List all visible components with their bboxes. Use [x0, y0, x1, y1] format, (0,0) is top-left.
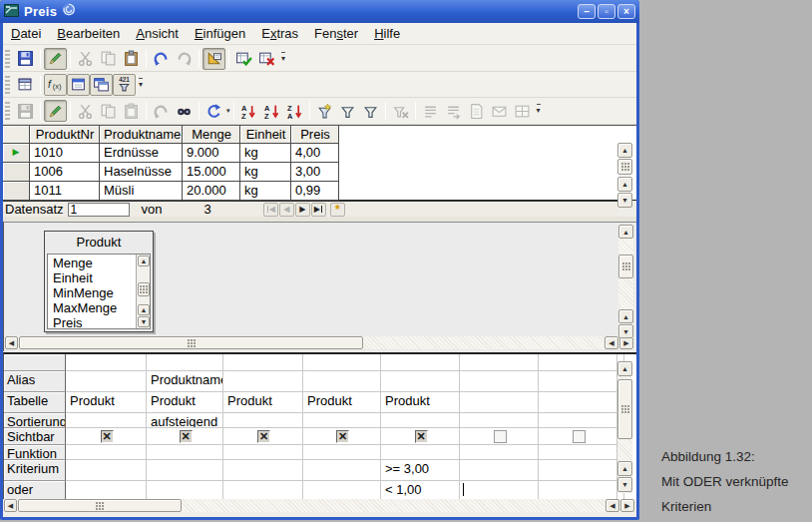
grid-cell-kriterium-col5[interactable]: >= 3,00 — [381, 460, 460, 481]
grid-cell-sichtbar-col6[interactable] — [460, 428, 539, 445]
scroll-down-icon[interactable]: ▼ — [618, 324, 633, 338]
menu-fenster[interactable]: Fenster — [306, 24, 366, 43]
grid-cell-funktion-col5[interactable] — [381, 445, 460, 460]
toolbar-handle[interactable] — [5, 50, 10, 68]
grid-cell-alias-col2[interactable]: Produktname — [147, 371, 223, 392]
grid-cell-oder-col4[interactable] — [303, 481, 381, 500]
grid-cell-sichtbar-col2[interactable]: ✕ — [147, 428, 223, 445]
grid-cell-tabelle-col7[interactable] — [539, 392, 617, 413]
table-cell[interactable]: 1011 — [30, 182, 100, 201]
table-cell[interactable]: Haselnüsse — [100, 163, 183, 182]
toolbar-overflow-icon[interactable]: ▾ — [537, 104, 541, 115]
scroll-right-icon[interactable]: ▶ — [620, 499, 634, 512]
grid-cell-kriterium-col4[interactable] — [303, 460, 381, 481]
scroll-left-icon[interactable]: ◀ — [5, 336, 18, 349]
grid-cell-sichtbar-col3[interactable]: ✕ — [223, 428, 303, 445]
design-area-vertical-scrollbar[interactable]: ▲▲▼ — [618, 225, 634, 338]
grid-cell-alias-col4[interactable] — [303, 371, 381, 392]
visible-checkbox-unchecked[interactable] — [494, 430, 507, 443]
visible-checkbox-checked[interactable]: ✕ — [101, 430, 114, 443]
table-cell[interactable]: kg — [240, 182, 291, 201]
run-query-icon[interactable] — [232, 48, 255, 70]
grid-cell-tabelle-col4[interactable]: Produkt — [303, 392, 381, 413]
scrollbar-thumb[interactable] — [617, 379, 632, 439]
close-button[interactable]: × — [617, 4, 635, 19]
grid-cell-sortierung-col7[interactable] — [539, 413, 617, 428]
grid-cell-feld-col5[interactable] — [381, 354, 460, 371]
table-cell[interactable]: kg — [240, 144, 291, 163]
visible-checkbox-unchecked[interactable] — [573, 430, 586, 443]
distinct-values-icon[interactable]: 421 — [113, 74, 136, 96]
add-table-icon[interactable] — [14, 74, 37, 96]
scroll-left-icon[interactable]: ◀ — [4, 499, 17, 512]
grid-cell-kriterium-col1[interactable] — [66, 460, 147, 481]
grid-cell-alias-col1[interactable] — [66, 371, 147, 392]
table-cell[interactable]: 9.000 — [183, 144, 240, 163]
next-record-button[interactable]: ▶ — [295, 203, 310, 217]
new-record-button[interactable]: * — [330, 203, 345, 217]
scroll-down-icon[interactable]: ▼ — [617, 193, 632, 208]
undo-icon[interactable] — [150, 48, 173, 70]
grid-cell-sortierung-col4[interactable] — [303, 413, 381, 428]
toolbar-handle[interactable] — [5, 102, 10, 120]
visible-checkbox-checked[interactable]: ✕ — [257, 430, 270, 443]
row-selector[interactable]: ▶ — [3, 144, 30, 163]
scroll-up-icon[interactable]: ▲ — [617, 177, 632, 192]
grid-cell-sortierung-col2[interactable]: aufsteigend — [147, 413, 223, 428]
scroll-up-icon[interactable]: ▲ — [617, 361, 632, 376]
grid-cell-sortierung-col6[interactable] — [460, 413, 539, 428]
find-record-icon[interactable] — [173, 100, 196, 122]
grid-cell-sichtbar-col5[interactable]: ✕ — [381, 428, 460, 445]
scrollbar-thumb[interactable] — [18, 499, 182, 512]
scroll-up-icon[interactable]: ▲ — [618, 225, 633, 239]
scroll-down-icon[interactable]: ▼ — [617, 477, 632, 492]
sort-ascending-icon[interactable]: AZ — [260, 100, 283, 122]
scrollbar-splitter[interactable] — [138, 282, 150, 296]
grid-cell-tabelle-col2[interactable]: Produkt — [147, 392, 223, 413]
grid-cell-kriterium-col2[interactable] — [147, 460, 223, 481]
field-list-scrollbar[interactable]: ▲▲▼ — [136, 255, 150, 328]
grid-cell-kriterium-col6[interactable] — [460, 460, 539, 481]
row-selector-header[interactable] — [3, 126, 30, 144]
menu-einfgen[interactable]: Einfügen — [187, 24, 253, 43]
minimize-button[interactable]: – — [578, 4, 596, 19]
toolbar-overflow-icon[interactable]: ▾ — [139, 78, 143, 89]
standard-filter-icon[interactable] — [359, 100, 382, 122]
scrollbar-thumb[interactable] — [618, 255, 633, 278]
grid-cell-funktion-col7[interactable] — [539, 445, 617, 460]
title-bar[interactable]: Preis – ▫ × — [0, 0, 639, 23]
grid-cell-alias-col3[interactable] — [223, 371, 303, 392]
table-cell[interactable]: 15.000 — [183, 163, 240, 182]
sort-icon[interactable]: AZ — [237, 100, 260, 122]
visible-checkbox-checked[interactable]: ✕ — [336, 430, 349, 443]
grid-cell-feld-col7[interactable] — [539, 354, 617, 371]
table-cell[interactable]: 1006 — [30, 163, 100, 182]
grid-cell-tabelle-col6[interactable] — [460, 392, 539, 413]
column-header-produktnr[interactable]: ProduktNr — [30, 126, 100, 144]
grid-cell-alias-col7[interactable] — [539, 371, 617, 392]
grid-cell-funktion-col6[interactable] — [460, 445, 539, 460]
grid-cell-alias-col6[interactable] — [460, 371, 539, 392]
table-cell[interactable]: 3,00 — [291, 163, 339, 182]
table-cell[interactable]: Erdnüsse — [100, 144, 183, 163]
scroll-left-icon[interactable]: ◀ — [605, 336, 618, 349]
table-name-icon[interactable] — [67, 74, 90, 96]
grid-cell-funktion-col4[interactable] — [303, 445, 381, 460]
grid-cell-feld-col4[interactable] — [303, 354, 381, 371]
maximize-button[interactable]: ▫ — [598, 4, 615, 19]
table-cell[interactable]: 4,00 — [291, 144, 339, 163]
last-record-button[interactable]: ▶ — [311, 203, 326, 217]
refresh-dropdown-icon[interactable]: ▾ — [226, 107, 230, 115]
scroll-up-icon[interactable]: ▲ — [617, 143, 632, 158]
menu-extras[interactable]: Extras — [253, 24, 306, 43]
scroll-down-icon[interactable]: ▼ — [138, 316, 150, 327]
toolbar-overflow-icon[interactable]: ▾ — [281, 52, 285, 63]
grid-cell-feld-col2[interactable] — [147, 354, 223, 371]
column-header-preis[interactable]: Preis — [291, 126, 339, 144]
grid-cell-kriterium-col3[interactable] — [223, 460, 303, 481]
grid-horizontal-scrollbar[interactable]: ◀◀▶ — [4, 499, 635, 513]
table-cell[interactable]: 1010 — [30, 144, 100, 163]
grid-cell-sichtbar-col1[interactable]: ✕ — [66, 428, 147, 445]
record-number-input[interactable] — [68, 203, 130, 217]
grid-cell-oder-col7[interactable] — [539, 481, 617, 500]
